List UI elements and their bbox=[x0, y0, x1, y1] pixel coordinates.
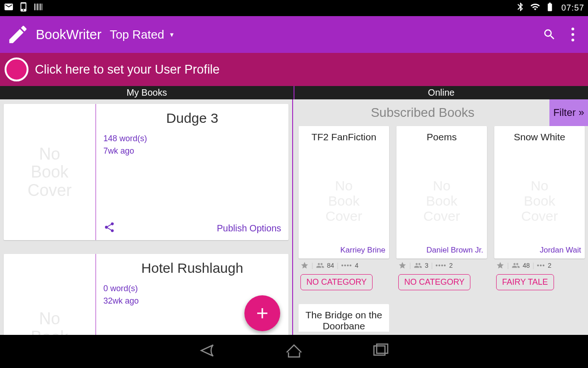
online-book-stats: | 48 | ••• 2 bbox=[494, 259, 585, 272]
people-icon bbox=[512, 261, 520, 270]
search-icon bbox=[543, 28, 556, 41]
plus-icon bbox=[254, 305, 271, 322]
category-tag[interactable]: NO CATEGORY bbox=[398, 274, 470, 290]
subscribed-books-heading: Subscribed Books bbox=[296, 105, 549, 120]
mybook-cover-placeholder: No Book Cover bbox=[4, 254, 96, 335]
online-book-author: Daniel Brown Jr. bbox=[400, 246, 483, 255]
android-nav-bar bbox=[0, 335, 588, 368]
online-book-item[interactable]: TF2 FanFiction No Book Cover Karriey Bri… bbox=[299, 126, 389, 297]
readers-count: 48 bbox=[523, 262, 530, 269]
mybook-wordcount: 148 word(s) bbox=[103, 132, 281, 145]
online-book-cover: No Book Cover bbox=[400, 155, 483, 246]
online-book-title: TF2 FanFiction bbox=[302, 132, 385, 155]
dot-icon bbox=[571, 28, 574, 30]
share-button[interactable] bbox=[103, 221, 115, 236]
star-icon bbox=[300, 261, 309, 270]
online-book-stats: | 84 | •••• 4 bbox=[299, 259, 389, 272]
new-book-fab[interactable] bbox=[244, 295, 280, 331]
profile-setup-banner[interactable]: Click here to set your User Profile bbox=[0, 53, 588, 86]
home-button[interactable] bbox=[283, 339, 305, 363]
people-icon bbox=[414, 261, 422, 270]
wifi-icon bbox=[530, 2, 540, 14]
barcode-icon bbox=[33, 2, 43, 14]
mybook-wordcount: 0 word(s) bbox=[103, 282, 281, 295]
online-book-stats: | 3 | •••• 2 bbox=[396, 259, 487, 272]
readers-count: 3 bbox=[425, 262, 429, 269]
app-logo-pencil-icon bbox=[6, 23, 29, 46]
mybook-title: Hotel Rushlaugh bbox=[103, 260, 281, 276]
people-icon bbox=[316, 261, 324, 270]
mybook-card[interactable]: No Book Cover Dudge 3 148 word(s) 7wk ag… bbox=[4, 104, 288, 240]
online-book-author: Karriey Brine bbox=[302, 246, 385, 255]
search-button[interactable] bbox=[541, 26, 558, 43]
device-icon bbox=[18, 2, 28, 14]
mail-icon bbox=[4, 2, 14, 14]
online-book-title: The Bridge on the Doorbane bbox=[302, 310, 385, 332]
readers-count: 84 bbox=[327, 262, 334, 269]
mybook-title: Dudge 3 bbox=[103, 110, 281, 126]
rating-dots-icon: •••• bbox=[435, 262, 447, 269]
dot-icon bbox=[571, 39, 574, 41]
rating-count: 4 bbox=[355, 262, 358, 269]
battery-icon bbox=[545, 2, 555, 14]
online-book-author: Jordan Wait bbox=[498, 246, 581, 255]
filter-button[interactable]: Filter » bbox=[549, 99, 588, 126]
bluetooth-icon bbox=[515, 2, 526, 14]
online-book-item[interactable]: Poems No Book Cover Daniel Brown Jr. | 3… bbox=[396, 126, 487, 297]
online-book-item[interactable]: The Bridge on the Doorbane bbox=[299, 304, 389, 332]
profile-banner-text: Click here to set your User Profile bbox=[35, 63, 220, 77]
mybook-cover-placeholder: No Book Cover bbox=[4, 104, 96, 240]
pane-headers: My Books Online bbox=[0, 86, 588, 99]
back-button[interactable] bbox=[197, 339, 219, 363]
publish-options-link[interactable]: Publish Options bbox=[217, 223, 281, 234]
app-title: BookWriter bbox=[36, 27, 102, 42]
content-body: No Book Cover Dudge 3 148 word(s) 7wk ag… bbox=[0, 99, 588, 335]
overflow-menu-button[interactable] bbox=[567, 28, 579, 41]
online-header: Online bbox=[294, 86, 588, 99]
mybooks-header: My Books bbox=[0, 86, 294, 99]
star-icon bbox=[398, 261, 407, 270]
profile-avatar-placeholder bbox=[5, 58, 28, 81]
status-time: 07:57 bbox=[561, 3, 584, 13]
rating-dots-icon: ••• bbox=[537, 262, 545, 269]
rating-count: 2 bbox=[548, 262, 552, 269]
sort-dropdown-label: Top Rated bbox=[110, 28, 164, 42]
sort-dropdown[interactable]: Top Rated ▼ bbox=[110, 28, 175, 42]
android-status-bar: 07:57 bbox=[0, 0, 588, 16]
mybook-age: 7wk ago bbox=[103, 145, 281, 157]
category-tag[interactable]: FAIRY TALE bbox=[496, 274, 554, 290]
online-book-title: Snow White bbox=[498, 132, 581, 155]
app-bar: BookWriter Top Rated ▼ bbox=[0, 16, 588, 53]
online-book-title: Poems bbox=[400, 132, 483, 155]
online-book-cover: No Book Cover bbox=[498, 155, 581, 246]
online-book-item[interactable]: Snow White No Book Cover Jordan Wait | 4… bbox=[494, 126, 585, 297]
mybook-card[interactable]: No Book Cover Hotel Rushlaugh 0 word(s) … bbox=[4, 254, 288, 335]
mybooks-pane[interactable]: No Book Cover Dudge 3 148 word(s) 7wk ag… bbox=[0, 99, 292, 335]
recents-button[interactable] bbox=[369, 339, 391, 363]
rating-count: 2 bbox=[449, 262, 453, 269]
dropdown-arrow-icon: ▼ bbox=[169, 31, 175, 38]
category-tag[interactable]: NO CATEGORY bbox=[300, 274, 373, 290]
online-books-grid: TF2 FanFiction No Book Cover Karriey Bri… bbox=[296, 126, 588, 332]
rating-dots-icon: •••• bbox=[341, 262, 352, 269]
star-icon bbox=[496, 261, 504, 270]
online-book-cover: No Book Cover bbox=[302, 155, 385, 246]
online-pane[interactable]: Subscribed Books Filter » TF2 FanFiction… bbox=[293, 99, 588, 335]
dot-icon bbox=[571, 33, 574, 36]
